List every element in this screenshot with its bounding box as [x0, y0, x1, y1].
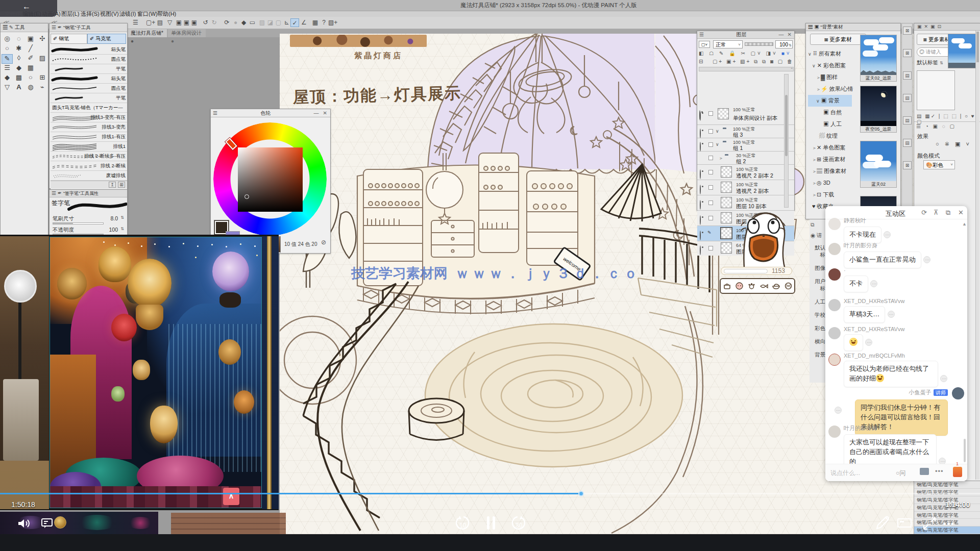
- strip-icon-4[interactable]: ▤: [903, 94, 912, 102]
- chat-refresh-icon[interactable]: ⟳: [921, 209, 927, 216]
- tool-polygon[interactable]: ▽: [2, 83, 13, 93]
- toolbar-menu-icon[interactable]: ☰: [131, 18, 140, 27]
- player-more-icon[interactable]: •••: [943, 519, 955, 529]
- strip-icon-6[interactable]: ▤: [903, 139, 912, 147]
- progress-bar[interactable]: [0, 493, 980, 494]
- brush-new-icon[interactable]: ⊞: [118, 182, 125, 188]
- chat-pin-icon[interactable]: ⊼: [934, 209, 939, 216]
- help-icon[interactable]: ?: [320, 18, 328, 27]
- tool-wand[interactable]: ✱: [13, 44, 24, 54]
- overlay-collapse-button[interactable]: ∧: [223, 488, 239, 505]
- gray1-icon[interactable]: ▨: [258, 18, 266, 27]
- tool-fill[interactable]: ◆: [2, 73, 13, 83]
- layer-row[interactable]: ∨ 100 %正常 组 3: [697, 125, 794, 138]
- more-materials-button[interactable]: ◙ 更多素材: [810, 34, 866, 45]
- material-view-icons[interactable]: ▤ ▦✓ | ⬚ ⬚ | ○ ♥ ▢: [917, 113, 978, 124]
- history-row[interactable]: 钢笔/马克笔/签字笔: [914, 481, 980, 489]
- keyboard-icon[interactable]: [897, 518, 912, 528]
- snap1-icon[interactable]: ⊾: [282, 18, 291, 27]
- translate-icon[interactable]: ⋯: [884, 231, 891, 238]
- menu-layer[interactable]: 图层(L): [61, 11, 79, 17]
- blend-mode-select[interactable]: 正常 ˅: [713, 40, 743, 48]
- brush-size-value[interactable]: 8.0: [110, 215, 118, 221]
- circle-icon[interactable]: ●: [231, 18, 240, 27]
- brush-row[interactable]: 平笔: [51, 93, 127, 103]
- tool-blend[interactable]: ◆: [13, 64, 24, 73]
- tree-color-pattern[interactable]: ∨ ✕ 彩色图案: [808, 60, 859, 71]
- brush-row[interactable]: 圆点笔: [51, 55, 127, 64]
- export3-icon[interactable]: ▣: [190, 18, 199, 27]
- chat-popout-icon[interactable]: ⧉: [946, 209, 950, 217]
- tool-rotate[interactable]: ◌: [13, 35, 24, 44]
- danmaku-icon[interactable]: [41, 517, 53, 530]
- color-wheel-close-icon[interactable]: ✕: [323, 109, 327, 117]
- forward-30-icon[interactable]: 30: [508, 515, 529, 532]
- color-wheel-min-icon[interactable]: —: [314, 109, 319, 117]
- layer-opacity-slider[interactable]: [745, 42, 773, 46]
- menu-window[interactable]: 窗口(W): [137, 11, 158, 17]
- tree-effect[interactable]: ＞⚡ 效果/心情: [808, 83, 859, 95]
- brush-row[interactable]: 排线 2-断续多-有压: [51, 152, 127, 161]
- save-icon[interactable]: ▽: [165, 18, 174, 27]
- refresh-icon[interactable]: ⟳: [223, 18, 231, 27]
- new-file-icon[interactable]: ▢+: [146, 18, 155, 27]
- brush-row[interactable]: 箱头笔: [51, 45, 127, 55]
- layer-lock-icons[interactable]: ◧ ☖ ✎ 🔒 ✂ ▢˅ ◨˅ ■˅: [699, 51, 794, 56]
- tree-3d[interactable]: ＞◎ 3D: [808, 177, 859, 189]
- rewind-10-icon[interactable]: 10: [453, 515, 473, 532]
- tree-manga[interactable]: ＞⊞ 漫画素材: [808, 154, 859, 165]
- layer-combine-icon[interactable]: ▢˅: [699, 41, 710, 48]
- tree-mono[interactable]: ＞✕ 单色图案: [808, 142, 859, 154]
- tool-brush[interactable]: ✐: [25, 54, 36, 64]
- fullscreen-icon[interactable]: [921, 515, 938, 532]
- menu-select[interactable]: 选择(S): [81, 11, 100, 17]
- back-button[interactable]: ←: [22, 2, 31, 11]
- ask-toggle[interactable]: ○问: [896, 469, 905, 478]
- tree-download[interactable]: ＞⊡ 下载: [808, 189, 859, 201]
- tag-filter-select[interactable]: 默认标签 ⇅: [917, 59, 952, 66]
- snap3-icon[interactable]: ∠: [300, 18, 308, 27]
- tab-doc1[interactable]: 魔法灯具店铺* ●: [128, 29, 167, 37]
- tool-lasso[interactable]: ○: [2, 44, 13, 54]
- brush-size-slider[interactable]: [53, 222, 104, 224]
- gift-icon[interactable]: [953, 467, 962, 477]
- tool-line[interactable]: ☰: [2, 64, 13, 73]
- folder-add-icon[interactable]: ▧+: [328, 18, 337, 27]
- tool-eraser[interactable]: ◊: [13, 54, 24, 64]
- gray2-icon[interactable]: ◪: [266, 18, 275, 27]
- gray3-icon[interactable]: ▢: [274, 18, 283, 27]
- menu-help[interactable]: 帮助(H): [157, 11, 176, 17]
- more-mat-thumb[interactable]: [948, 34, 976, 68]
- tree-artificial[interactable]: ▣ 人工: [808, 118, 859, 130]
- tool-split[interactable]: ⊞: [37, 73, 48, 83]
- layer-row[interactable]: 100 %正常 透视尺 2 副本: [697, 180, 794, 195]
- tool-pattern[interactable]: ▦: [25, 64, 36, 73]
- brush-row[interactable]: 排线1: [51, 142, 127, 152]
- material-thumb-sky2[interactable]: 蓝天02: [860, 141, 897, 188]
- subtool-tab-pen[interactable]: ✐ 钢笔: [51, 34, 87, 44]
- volume-icon[interactable]: [17, 517, 31, 530]
- strip-icon-7[interactable]: ⊠: [903, 161, 912, 169]
- layers-min-icon[interactable]: —: [779, 31, 784, 38]
- bucket-icon[interactable]: ◆: [239, 18, 248, 27]
- reference-photo-window[interactable]: ∧: [0, 235, 279, 510]
- frame-icon[interactable]: ▭: [248, 18, 257, 27]
- layers-close-icon[interactable]: ✕: [788, 31, 792, 38]
- opacity-value[interactable]: 100: [109, 227, 118, 233]
- chat-more-icon[interactable]: •••: [935, 467, 944, 475]
- brush-row[interactable]: 排线1-有压: [51, 132, 127, 142]
- brush-row[interactable]: 废墟排线: [51, 171, 127, 181]
- open-icon[interactable]: ▤: [156, 18, 164, 27]
- tool-pen[interactable]: ✎: [2, 54, 13, 64]
- layer-row[interactable]: 100 %正常 单体房间设计 副本: [697, 104, 794, 125]
- tool-gradient[interactable]: ▩: [13, 73, 24, 83]
- sv-cursor[interactable]: [244, 194, 249, 199]
- tool-shape[interactable]: ○: [25, 73, 36, 83]
- pet-action-bar[interactable]: [720, 278, 795, 294]
- strip-icon-1[interactable]: ⊠: [903, 27, 912, 35]
- strip-icon-5[interactable]: ▤: [903, 116, 912, 124]
- snap2-icon[interactable]: ✓: [290, 18, 299, 27]
- layer-opacity-value[interactable]: 100⇅: [775, 40, 793, 48]
- chat-close-icon[interactable]: ✕: [958, 209, 964, 216]
- strip-icon-3[interactable]: ▤: [903, 71, 912, 80]
